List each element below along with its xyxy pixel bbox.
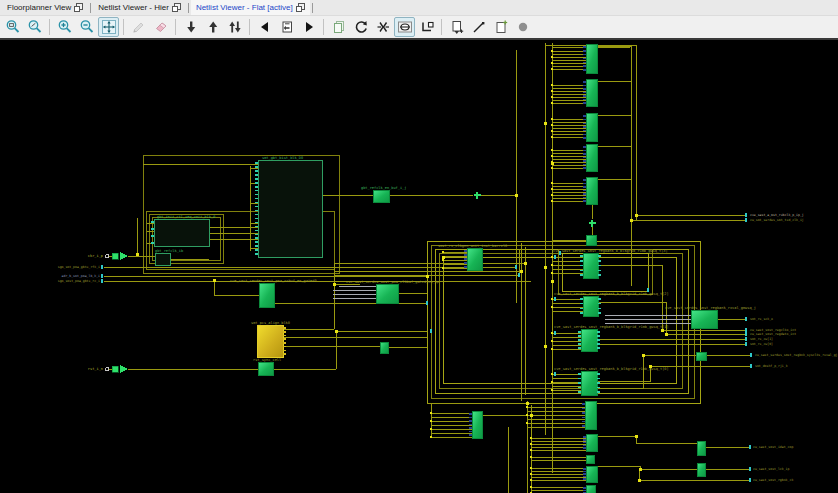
erase-button[interactable]: [150, 17, 171, 37]
flag-add-icon: [449, 19, 465, 35]
buffer-triangle-icon[interactable]: [120, 252, 128, 260]
schematic-canvas[interactable]: smt_gbt_bist_blk_D0gbt_init_ctl_seq_unit…: [0, 38, 838, 493]
tab-netlist-viewer-hier[interactable]: Netlist Viewer - Hier: [93, 0, 186, 15]
netlist-block[interactable]: [586, 79, 597, 106]
net-label[interactable]: cw_smt_serdes_smt_txd_clk_ij: [750, 218, 804, 222]
block-pin: [583, 50, 586, 52]
netlist-block[interactable]: [583, 296, 598, 316]
netlist-block[interactable]: [581, 371, 597, 395]
netlist-block[interactable]: [696, 352, 706, 360]
netlist-block[interactable]: [586, 485, 595, 493]
netlist-block[interactable]: [380, 342, 388, 353]
bus-tap: [515, 265, 517, 269]
net-label[interactable]: adr_b_smt_pma_lb_k_i: [62, 274, 100, 278]
netlist-block[interactable]: [586, 434, 597, 451]
netlist-block[interactable]: [697, 463, 705, 476]
netlist-block[interactable]: [585, 401, 596, 429]
netlist-block[interactable]: [586, 113, 597, 141]
bus-tap: [745, 332, 747, 336]
netlist-block[interactable]: [259, 283, 274, 307]
expand-corner-button[interactable]: [416, 17, 437, 37]
zoom-window-button[interactable]: [2, 17, 23, 37]
back-button[interactable]: [254, 17, 275, 37]
push-down-button[interactable]: [180, 17, 201, 37]
record-button[interactable]: [512, 17, 533, 37]
netlist-block[interactable]: [581, 329, 597, 351]
netlist-block[interactable]: [257, 325, 283, 357]
tab-floorplanner-view[interactable]: Floorplanner View: [2, 0, 88, 15]
schematic-svg[interactable]: smt_gbt_bist_blk_D0gbt_init_ctl_seq_unit…: [0, 40, 838, 493]
copy-view-button[interactable]: [328, 17, 349, 37]
netlist-block[interactable]: [258, 160, 322, 257]
netlist-block[interactable]: [376, 284, 398, 303]
port-symbol[interactable]: [105, 367, 109, 371]
zoom-cursor-button[interactable]: [24, 17, 45, 37]
netlist-block[interactable]: [373, 190, 389, 202]
net-label[interactable]: smt_rx_sck_o: [750, 317, 773, 321]
net-label[interactable]: smt_rx_cw[1]: [750, 337, 773, 341]
draw-line-button[interactable]: [468, 17, 489, 37]
netlist-block[interactable]: [472, 411, 482, 438]
buffer-triangle-icon[interactable]: [120, 365, 128, 373]
current-sheet-button[interactable]: [276, 17, 297, 37]
tab-netlist-viewer-flat-active[interactable]: Netlist Viewer - Flat [active]: [191, 0, 310, 15]
netlist-block[interactable]: [586, 466, 597, 482]
pop-up-button[interactable]: [202, 17, 223, 37]
netlist-block[interactable]: [691, 310, 717, 328]
net-label[interactable]: cw_sast_smst_idat_cmp: [753, 445, 793, 449]
block-pin: [597, 343, 600, 345]
routing-loop[interactable]: [562, 253, 648, 291]
forward-button[interactable]: [298, 17, 319, 37]
net-wire[interactable]: [214, 281, 259, 295]
netlist-block[interactable]: [586, 235, 596, 245]
net-wire[interactable]: [596, 436, 697, 443]
netlist-block[interactable]: [258, 362, 273, 375]
net-label[interactable]: sgm_smt_pma_gbtx_rfk_i: [58, 265, 100, 269]
net-wire[interactable]: [598, 265, 746, 330]
netlist-block[interactable]: [154, 219, 209, 246]
float-window-icon[interactable]: [296, 3, 305, 12]
reload-button[interactable]: [350, 17, 371, 37]
add-sheet-note-button[interactable]: [446, 17, 467, 37]
netlist-block[interactable]: [586, 177, 597, 204]
junction-dot: [551, 373, 553, 375]
junction-dot: [136, 253, 139, 256]
push-pop-button[interactable]: [224, 17, 245, 37]
float-window-icon[interactable]: [172, 3, 181, 12]
netlist-block[interactable]: [467, 248, 482, 270]
netlist-block[interactable]: [586, 44, 597, 73]
netlist-block[interactable]: [697, 441, 705, 455]
show-content-button[interactable]: [394, 17, 415, 37]
block-pin: [469, 431, 472, 433]
routing-loop[interactable]: [558, 249, 652, 294]
net-label[interactable]: smt_dmshf_p_rji_k: [755, 364, 788, 368]
net-wire[interactable]: [594, 466, 697, 469]
netlist-block[interactable]: [586, 455, 594, 463]
zoom-fit-icon: [101, 19, 117, 35]
port-symbol[interactable]: [105, 254, 109, 258]
junction-dot: [530, 414, 533, 417]
zoom-fit-button[interactable]: [98, 17, 119, 37]
zoom-in-button[interactable]: [54, 17, 75, 37]
input-buffer-icon[interactable]: [112, 253, 118, 259]
block-pin: [578, 391, 581, 393]
collapse-button[interactable]: [372, 17, 393, 37]
netlist-block[interactable]: [586, 144, 597, 171]
net-wire[interactable]: [639, 469, 750, 480]
net-label[interactable]: cw_sast_serdes_smst_regbnk_sysclks_rxval…: [755, 353, 838, 357]
float-window-icon[interactable]: [74, 3, 83, 12]
new-sheet-button[interactable]: [490, 17, 511, 37]
net-label[interactable]: smt_rx_cw[0]: [750, 342, 773, 346]
block-pin: [255, 202, 258, 204]
routing-loop[interactable]: [443, 257, 676, 383]
net-label[interactable]: cve_sast_a_mst_rxbclk_p_ip_j: [750, 213, 804, 217]
net-label[interactable]: cw_sast_smst_rgbnk_ck: [753, 478, 793, 482]
netlist-block[interactable]: [583, 253, 598, 278]
block-pin: [283, 350, 286, 352]
net-label[interactable]: cw_sast_smst_lck_ip: [753, 467, 790, 471]
netlist-block[interactable]: [155, 253, 170, 265]
input-buffer-icon[interactable]: [112, 366, 118, 372]
net-label[interactable]: sgm_smst_pma_gbtx_rc_i: [58, 279, 100, 283]
zoom-out-button[interactable]: [76, 17, 97, 37]
net-label[interactable]: cw_sast_smst_regdato_int: [750, 332, 796, 336]
